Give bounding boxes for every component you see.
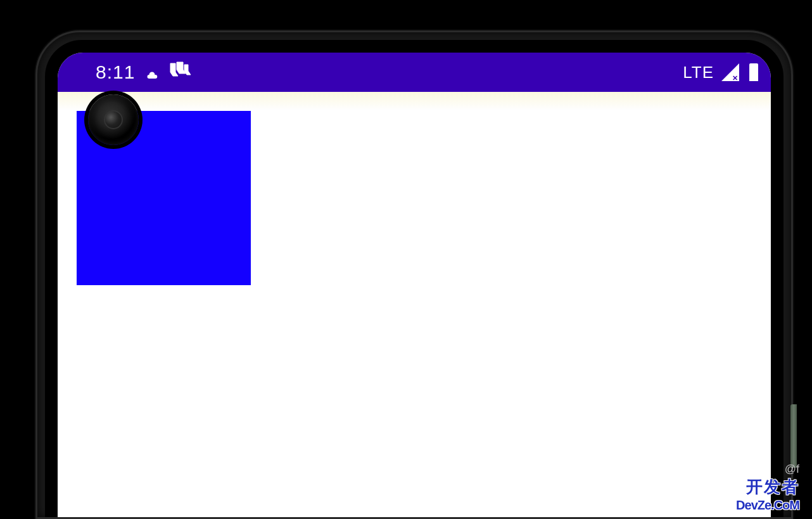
signal-no-data-icon: ✕ — [732, 75, 738, 81]
front-camera-cutout — [88, 94, 139, 145]
app-content-area[interactable] — [58, 92, 771, 517]
phone-screen: 8:11 LTE ✕ — [58, 53, 771, 517]
camera-lens — [104, 110, 123, 129]
qb-notification-icon — [169, 61, 194, 84]
network-type-label: LTE — [683, 63, 714, 82]
watermark-prefix: @f — [736, 463, 799, 476]
phone-device-frame: 8:11 LTE ✕ — [35, 30, 793, 519]
app-top-tint — [58, 92, 771, 110]
battery-icon — [749, 63, 758, 81]
android-status-bar[interactable]: 8:11 LTE ✕ — [58, 53, 771, 92]
status-bar-left: 8:11 — [96, 61, 194, 84]
watermark-cn-text: 开发者 — [736, 476, 799, 498]
status-time: 8:11 — [96, 61, 135, 83]
signal-strength-icon: ✕ — [721, 63, 739, 81]
cloud-icon — [146, 70, 158, 77]
watermark-en-text: DevZe.CoM — [736, 498, 799, 513]
image-watermark: @f 开发者 DevZe.CoM — [736, 463, 799, 513]
status-bar-right: LTE ✕ — [683, 63, 758, 82]
phone-inner-frame: 8:11 LTE ✕ — [45, 40, 783, 517]
power-button[interactable] — [790, 404, 797, 468]
